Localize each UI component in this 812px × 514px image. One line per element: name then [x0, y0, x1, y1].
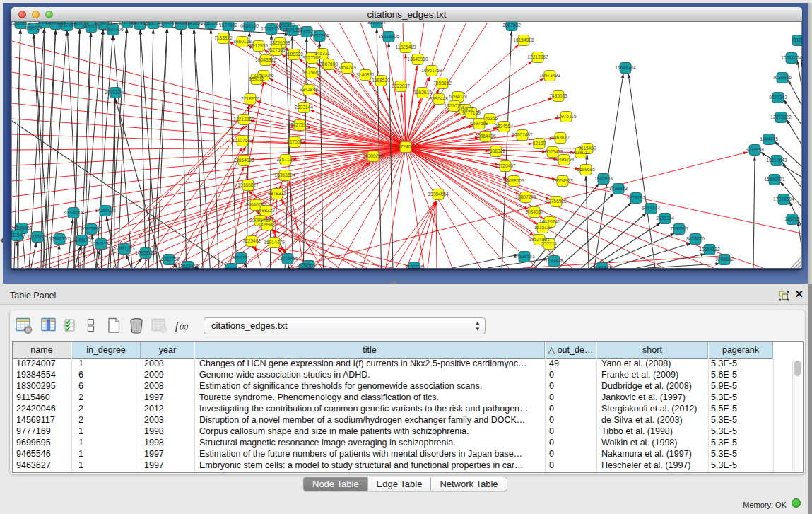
svg-text:8313054: 8313054 [367, 22, 386, 25]
svg-text:9498222: 9498222 [257, 208, 275, 213]
svg-text:1890399: 1890399 [276, 23, 295, 28]
svg-text:7163822: 7163822 [214, 35, 233, 40]
svg-text:8912955: 8912955 [249, 43, 268, 48]
svg-text:746266: 746266 [482, 116, 498, 121]
svg-text:16210643: 16210643 [766, 158, 787, 163]
svg-text:391549: 391549 [11, 233, 25, 238]
svg-text:6497568: 6497568 [470, 121, 488, 126]
svg-text:10654122: 10654122 [699, 247, 720, 252]
svg-text:12093822: 12093822 [770, 115, 792, 119]
svg-text:13640910: 13640910 [407, 57, 428, 62]
svg-text:20206508: 20206508 [63, 210, 84, 215]
svg-text:15720407: 15720407 [495, 163, 516, 168]
svg-text:8938923: 8938923 [609, 186, 628, 191]
svg-text:8990448: 8990448 [430, 96, 448, 101]
svg-text:1588520: 1588520 [372, 78, 390, 83]
svg-text:19166827: 19166827 [237, 182, 259, 187]
svg-text:6466160: 6466160 [240, 23, 259, 28]
svg-text:11123: 11123 [792, 37, 802, 42]
svg-text:18300295: 18300295 [363, 153, 384, 158]
svg-text:10025438: 10025438 [542, 149, 563, 154]
svg-text:9146821: 9146821 [356, 72, 375, 77]
svg-text:9084067: 9084067 [525, 209, 543, 214]
svg-text:1615112: 1615112 [534, 225, 552, 230]
svg-text:9242848: 9242848 [300, 87, 318, 92]
svg-text:1145193: 1145193 [73, 238, 91, 243]
svg-text:12905135: 12905135 [90, 241, 112, 246]
svg-text:20099489: 20099489 [257, 222, 278, 227]
svg-text:9463627: 9463627 [551, 135, 570, 140]
svg-text:13975115: 13975115 [556, 114, 577, 119]
svg-text:10688609: 10688609 [503, 178, 524, 183]
svg-text:16120746: 16120746 [539, 219, 560, 224]
svg-text:2718176: 2718176 [241, 96, 259, 101]
svg-text:10958107: 10958107 [135, 250, 156, 255]
svg-text:9118012: 9118012 [572, 150, 590, 155]
svg-text:12942757: 12942757 [49, 236, 70, 241]
svg-text:9527508: 9527508 [302, 55, 321, 60]
svg-text:16543382: 16543382 [255, 57, 276, 62]
svg-text:4439167: 4439167 [94, 22, 112, 26]
svg-text:19654923: 19654923 [552, 178, 573, 183]
svg-text:817008: 817008 [287, 139, 302, 144]
svg-text:9474444: 9474444 [642, 206, 660, 211]
svg-text:8478676: 8478676 [686, 236, 705, 241]
svg-text:12213967: 12213967 [527, 54, 548, 59]
svg-text:1244415: 1244415 [760, 136, 778, 141]
svg-text:3267130: 3267130 [276, 157, 295, 162]
svg-text:14136141: 14136141 [514, 254, 535, 259]
svg-text:9115460: 9115460 [578, 146, 596, 151]
svg-text:8675685: 8675685 [302, 70, 321, 75]
svg-text:7386322: 7386322 [487, 148, 505, 153]
svg-text:16154808: 16154808 [513, 37, 534, 42]
svg-text:20364436: 20364436 [475, 134, 496, 139]
svg-text:19218506: 19218506 [378, 34, 399, 39]
svg-text:(x): (x) [180, 322, 189, 331]
svg-text:2867608: 2867608 [319, 62, 338, 66]
svg-text:9129966: 9129966 [773, 75, 792, 80]
svg-text:18724007: 18724007 [395, 144, 416, 149]
svg-text:9227342: 9227342 [769, 95, 787, 100]
svg-text:989012: 989012 [249, 76, 264, 81]
svg-text:17957223: 17957223 [114, 246, 135, 251]
svg-text:18226058: 18226058 [269, 40, 290, 45]
svg-text:116753: 116753 [784, 216, 800, 221]
svg-text:3215958: 3215958 [746, 147, 764, 152]
svg-text:9699695: 9699695 [577, 167, 595, 172]
svg-text:18807249: 18807249 [515, 194, 536, 199]
svg-text:10756928: 10756928 [546, 199, 567, 204]
svg-text:16648784: 16648784 [615, 65, 636, 70]
svg-text:20691406: 20691406 [102, 27, 124, 32]
svg-text:13495794: 13495794 [553, 157, 575, 162]
svg-text:18535061: 18535061 [11, 226, 33, 230]
svg-text:19654985: 19654985 [233, 158, 254, 163]
svg-text:9245612: 9245612 [715, 257, 734, 262]
svg-text:20053346: 20053346 [105, 90, 126, 95]
svg-text:16782759: 16782759 [158, 257, 180, 262]
svg-text:8427552: 8427552 [290, 122, 309, 127]
svg-text:8878334: 8878334 [268, 191, 286, 196]
svg-text:6679197: 6679197 [627, 195, 645, 200]
svg-text:10973493: 10973493 [539, 73, 560, 78]
svg-text:1733426: 1733426 [545, 258, 563, 263]
svg-text:13716485: 13716485 [277, 256, 298, 261]
svg-text:1527602: 1527602 [219, 23, 237, 28]
svg-text:17359928: 17359928 [95, 208, 116, 213]
svg-text:7955812: 7955812 [433, 81, 452, 86]
svg-text:16046785: 16046785 [245, 202, 266, 207]
svg-text:15692971: 15692971 [764, 177, 785, 182]
svg-text:10807487: 10807487 [512, 132, 533, 137]
svg-text:2803144: 2803144 [295, 105, 313, 110]
svg-text:8186328: 8186328 [285, 52, 303, 57]
svg-text:10975867: 10975867 [81, 226, 102, 231]
svg-text:9777169: 9777169 [462, 110, 481, 115]
svg-text:8454749: 8454749 [338, 65, 356, 70]
svg-text:3824554: 3824554 [495, 124, 513, 129]
svg-text:9657791: 9657791 [232, 255, 250, 260]
svg-text:7625402: 7625402 [242, 238, 261, 243]
svg-text:16914479: 16914479 [264, 240, 285, 245]
svg-text:9527509: 9527509 [267, 47, 286, 52]
svg-text:15751074: 15751074 [781, 55, 802, 60]
svg-text:11156829: 11156829 [28, 234, 48, 239]
svg-text:19384554: 19384554 [428, 192, 449, 197]
